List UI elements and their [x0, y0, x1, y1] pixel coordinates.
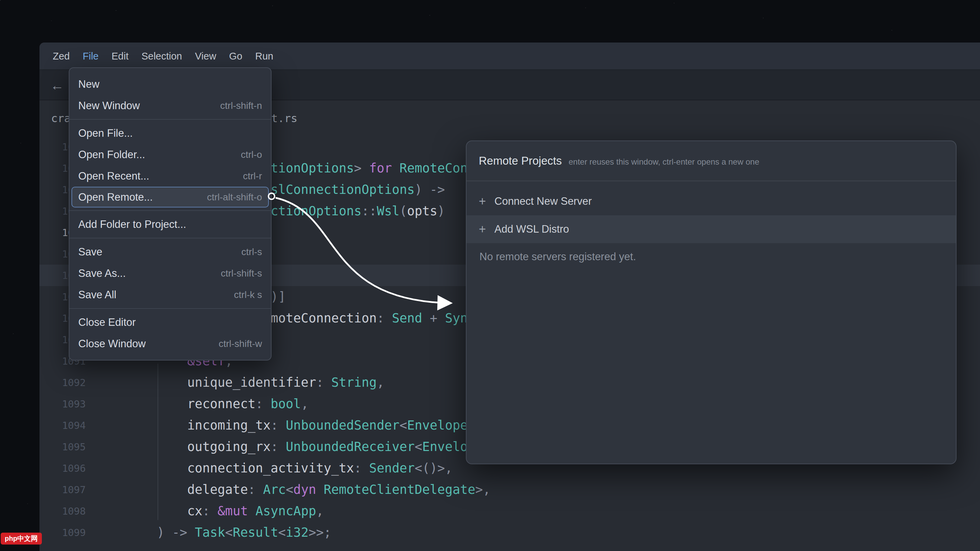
modal-row-label: Add WSL Distro — [495, 223, 569, 235]
menubar-item-go[interactable]: Go — [223, 51, 249, 62]
code-token: cx — [187, 504, 202, 518]
menu-item-label: New Window — [78, 100, 140, 112]
code-token — [127, 461, 187, 475]
code-token: bool — [270, 397, 301, 411]
code-token: >, — [476, 482, 491, 497]
code-token: :: — [362, 204, 377, 218]
menu-item-label: Save All — [78, 289, 116, 301]
modal-title: Remote Projects — [479, 154, 562, 167]
menu-item-new[interactable]: New — [69, 73, 271, 95]
code-token: delegate — [187, 482, 248, 497]
code-token: unique_identifier — [187, 375, 316, 390]
code-text: ) -> Task<Result<i32>>; — [127, 522, 331, 543]
code-token: : — [248, 482, 263, 497]
code-token: tionOptions — [270, 161, 354, 176]
menubar-item-selection[interactable]: Selection — [135, 51, 189, 62]
code-token: dyn — [293, 482, 316, 497]
code-token: outgoing_rx — [187, 440, 270, 454]
code-token — [127, 504, 187, 518]
code-token: < — [278, 525, 286, 540]
code-token: <()>, — [415, 461, 453, 475]
menu-item-label: Add Folder to Project... — [78, 218, 186, 230]
code-token: : — [377, 311, 392, 326]
breadcrumb-right: t.rs — [271, 112, 298, 125]
code-token — [127, 418, 187, 433]
menu-separator — [69, 308, 271, 309]
menu-item-shortcut: ctrl-shift-w — [218, 338, 262, 349]
no-servers-message: No remote servers registered yet. — [466, 243, 956, 263]
menu-item-label: Open Remote... — [78, 191, 153, 203]
modal-header: Remote Projects enter reuses this window… — [466, 141, 956, 181]
menu-item-close-editor[interactable]: Close Editor — [69, 311, 271, 333]
add-wsl-distro-button[interactable]: + Add WSL Distro — [466, 215, 956, 243]
menu-item-save[interactable]: Savectrl-s — [69, 241, 271, 263]
menu-item-shortcut: ctrl-o — [241, 149, 262, 160]
menubar-item-file[interactable]: File — [76, 51, 105, 62]
code-token: : — [270, 418, 286, 433]
menu-item-add-folder-to-project[interactable]: Add Folder to Project... — [69, 214, 271, 235]
menubar-item-run[interactable]: Run — [249, 51, 280, 62]
code-token: RemoteClientDelegate — [324, 482, 476, 497]
menu-item-open-file[interactable]: Open File... — [69, 122, 271, 144]
code-token: ctionOptions — [270, 204, 361, 218]
menu-separator — [69, 119, 271, 120]
code-token: < — [286, 482, 293, 497]
code-text: reconnect: bool, — [127, 393, 309, 414]
code-token: UnboundedReceiver — [286, 440, 415, 454]
menu-bar: ZedFileEditSelectionViewGoRun — [40, 43, 980, 70]
code-token: Result — [233, 525, 278, 540]
code-token: < — [415, 440, 422, 454]
menu-item-label: Close Editor — [78, 316, 136, 329]
menu-item-label: New — [78, 78, 99, 91]
code-line-1099[interactable]: 1099 ) -> Task<Result<i32>>; — [40, 522, 980, 543]
connect-new-server-button[interactable]: + Connect New Server — [466, 187, 956, 215]
code-line-1097[interactable]: 1097 delegate: Arc<dyn RemoteClientDeleg… — [40, 479, 980, 500]
menu-item-save-as[interactable]: Save As...ctrl-shift-s — [69, 263, 271, 284]
plus-icon: + — [479, 222, 495, 237]
code-token: : — [316, 375, 331, 390]
menu-separator — [69, 210, 271, 211]
code-line-1098[interactable]: 1098 cx: &mut AsyncApp, — [40, 500, 980, 522]
back-arrow-icon[interactable]: ← — [50, 79, 64, 92]
code-token: : — [354, 461, 369, 475]
menubar-item-view[interactable]: View — [189, 51, 223, 62]
menu-item-shortcut: ctrl-k s — [234, 289, 262, 300]
menu-item-open-recent[interactable]: Open Recent...ctrl-r — [69, 165, 271, 187]
code-token: AsyncApp — [256, 504, 316, 518]
code-token: Task — [195, 525, 225, 540]
plus-icon: + — [479, 194, 495, 208]
menu-separator — [69, 238, 271, 238]
code-token: + — [422, 311, 445, 326]
menu-item-shortcut: ctrl-shift-n — [220, 100, 262, 111]
menu-item-close-window[interactable]: Close Windowctrl-shift-w — [69, 333, 271, 354]
background-stars — [0, 0, 1, 1]
menu-item-new-window[interactable]: New Windowctrl-shift-n — [69, 95, 271, 116]
menu-item-save-all[interactable]: Save Allctrl-k s — [69, 284, 271, 305]
line-number: 1097 — [40, 484, 86, 495]
code-token: >>; — [309, 525, 331, 540]
code-token: ) -> — [415, 182, 453, 197]
menu-item-open-remote[interactable]: Open Remote...ctrl-alt-shift-o — [72, 187, 269, 208]
code-token: &mut — [218, 504, 248, 518]
menu-item-open-folder[interactable]: Open Folder...ctrl-o — [69, 144, 271, 165]
file-menu: NewNew Windowctrl-shift-nOpen File...Ope… — [69, 67, 272, 360]
code-token: Arc — [263, 482, 286, 497]
code-text: cx: &mut AsyncApp, — [127, 500, 324, 522]
code-token: ) -> — [157, 525, 195, 540]
menubar-item-edit[interactable]: Edit — [105, 51, 135, 62]
code-token — [127, 397, 187, 411]
code-token: < — [225, 525, 233, 540]
code-token — [127, 375, 187, 390]
code-token: )] — [270, 289, 286, 304]
menubar-item-zed[interactable]: Zed — [46, 51, 76, 62]
code-token — [248, 504, 255, 518]
remote-projects-modal: Remote Projects enter reuses this window… — [466, 140, 956, 464]
menu-item-shortcut: ctrl-r — [243, 171, 262, 182]
code-text: delegate: Arc<dyn RemoteClientDelegate>, — [127, 479, 490, 500]
desktop-background: ZedFileEditSelectionViewGoRun ← cra t.rs… — [0, 0, 980, 551]
line-number: 1096 — [40, 462, 86, 474]
line-number: 1092 — [40, 377, 86, 388]
indent-guide — [158, 364, 158, 520]
code-token — [392, 161, 399, 176]
line-number: 1094 — [40, 420, 86, 431]
